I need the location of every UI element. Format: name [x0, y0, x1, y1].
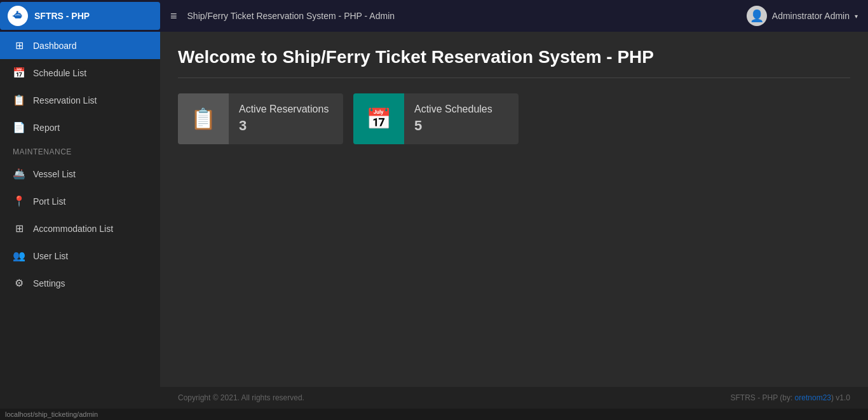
sidebar-item-user-list[interactable]: 👥 User List: [0, 242, 160, 269]
grid-icon: ⊞: [13, 222, 25, 234]
schedules-card-label: Active Schedules: [414, 104, 492, 115]
location-icon: 📍: [13, 195, 25, 207]
reservations-card-text: Active Reservations 3: [229, 96, 339, 142]
reservations-card-label: Active Reservations: [239, 104, 329, 115]
brand-name: SFTRS - PHP: [34, 11, 90, 21]
footer-author-link[interactable]: oretnom23: [795, 393, 831, 402]
avatar: 👤: [747, 6, 767, 26]
sidebar-item-label: Settings: [33, 278, 65, 288]
navbar-right: 👤 Adminstrator Admin ▾: [747, 6, 858, 26]
reservations-card-icon: 📋: [178, 93, 229, 144]
sidebar-item-label: Accommodation List: [33, 224, 113, 234]
main-inner: Welcome to Ship/Ferry Ticket Reservation…: [160, 32, 868, 387]
sidebar-item-label: Schedule List: [33, 68, 86, 78]
stats-cards-row: 📋 Active Reservations 3 📅 Active Schedul…: [178, 93, 850, 144]
footer-version: ) v1.0: [831, 393, 850, 402]
footer-brand-text: SFTRS - PHP (by:: [730, 393, 794, 402]
navbar-brand: ⛴ SFTRS - PHP: [0, 2, 160, 30]
users-icon: 👥: [13, 250, 25, 262]
page-title: Welcome to Ship/Ferry Ticket Reservation…: [178, 47, 850, 67]
admin-name[interactable]: Adminstrator Admin: [772, 11, 850, 21]
stat-card-schedules: 📅 Active Schedules 5: [353, 93, 519, 144]
url-text: localhost/ship_ticketing/admin: [5, 410, 98, 418]
brand-icon: ⛴: [8, 6, 28, 26]
sidebar-item-label: Dashboard: [33, 41, 77, 51]
app-body: ⊞ Dashboard 📅 Schedule List 📋 Reservatio…: [0, 32, 868, 409]
sidebar-item-accommodation-list[interactable]: ⊞ Accommodation List: [0, 215, 160, 242]
navbar-title: Ship/Ferry Ticket Reservation System - P…: [187, 11, 395, 21]
sidebar-item-label: Reservation List: [33, 95, 97, 105]
sidebar-item-label: User List: [33, 251, 68, 261]
sidebar-item-label: Report: [33, 123, 60, 133]
main-content: Welcome to Ship/Ferry Ticket Reservation…: [160, 32, 868, 409]
navbar-left: ⛴ SFTRS - PHP ≡ Ship/Ferry Ticket Reserv…: [10, 2, 395, 30]
title-divider: [178, 78, 850, 78]
sidebar-item-dashboard[interactable]: ⊞ Dashboard: [0, 32, 160, 59]
ship-icon: 🚢: [13, 168, 25, 180]
sidebar-item-label: Vessel List: [33, 169, 76, 179]
reservations-card-value: 3: [239, 118, 329, 134]
schedules-card-text: Active Schedules 5: [404, 96, 503, 142]
schedules-card-value: 5: [414, 118, 492, 134]
menu-toggle-icon[interactable]: ≡: [170, 10, 177, 23]
sidebar-item-label: Port List: [33, 196, 65, 207]
sidebar-item-report[interactable]: 📄 Report: [0, 114, 160, 141]
sidebar: ⊞ Dashboard 📅 Schedule List 📋 Reservatio…: [0, 32, 160, 409]
chevron-down-icon: ▾: [855, 13, 858, 20]
sidebar-item-port-list[interactable]: 📍 Port List: [0, 187, 160, 215]
stat-card-reservations: 📋 Active Reservations 3: [178, 93, 343, 144]
calendar-icon: 📅: [13, 67, 25, 79]
sidebar-item-vessel-list[interactable]: 🚢 Vessel List: [0, 160, 160, 187]
url-bar: localhost/ship_ticketing/admin: [0, 409, 868, 420]
sidebar-item-settings[interactable]: ⚙ Settings: [0, 269, 160, 297]
navbar: ⛴ SFTRS - PHP ≡ Ship/Ferry Ticket Reserv…: [0, 0, 868, 32]
copyright-text: Copyright © 2021. All rights reserved.: [178, 393, 304, 402]
dashboard-icon: ⊞: [13, 39, 25, 51]
sidebar-item-reservation-list[interactable]: 📋 Reservation List: [0, 86, 160, 114]
footer-brand: SFTRS - PHP (by: oretnom23) v1.0: [730, 393, 850, 402]
schedules-card-icon: 📅: [353, 93, 404, 144]
maintenance-section-label: Maintenance: [0, 141, 160, 160]
list-icon: 📋: [13, 94, 25, 106]
document-icon: 📄: [13, 121, 25, 133]
main-footer: Copyright © 2021. All rights reserved. S…: [160, 387, 868, 409]
sidebar-item-schedule-list[interactable]: 📅 Schedule List: [0, 59, 160, 86]
settings-icon: ⚙: [13, 277, 25, 289]
